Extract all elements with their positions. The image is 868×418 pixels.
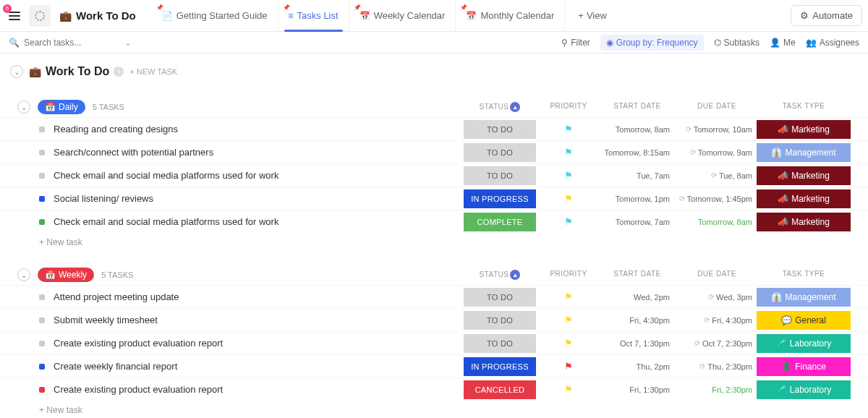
collapse-group-button[interactable]: ⌄: [17, 268, 30, 281]
col-task-type[interactable]: TASK TYPE: [757, 270, 851, 280]
priority-cell[interactable]: ⚑: [540, 384, 597, 395]
search-box[interactable]: 🔍 ⌄: [9, 38, 132, 48]
start-date-cell[interactable]: Fri, 4:30pm: [597, 316, 677, 325]
automate-button[interactable]: ⚙ Automate: [791, 5, 862, 26]
task-name[interactable]: Check email and social media platforms u…: [54, 216, 460, 227]
priority-cell[interactable]: ⚑: [540, 338, 597, 349]
priority-cell[interactable]: ⚑: [540, 315, 597, 325]
due-date-cell[interactable]: ⟳Thu, 2:30pm: [677, 362, 757, 371]
status-dot[interactable]: [39, 219, 45, 225]
start-date-cell[interactable]: Thu, 2pm: [597, 362, 677, 371]
status-pill[interactable]: TO DO: [464, 166, 536, 185]
task-name[interactable]: Search/connect with potential partners: [54, 147, 460, 158]
add-view-button[interactable]: + View: [568, 10, 617, 21]
group-chip[interactable]: 📅Weekly: [38, 268, 94, 282]
priority-cell[interactable]: ⚑: [540, 361, 597, 372]
col-priority[interactable]: PRIORITY: [540, 102, 597, 112]
status-dot[interactable]: [39, 127, 45, 132]
status-pill[interactable]: COMPLETE: [464, 213, 536, 231]
group-chip[interactable]: 📅Daily: [38, 100, 85, 114]
col-status[interactable]: STATUS▲: [460, 102, 540, 112]
me-button[interactable]: 👤Me: [770, 38, 796, 48]
priority-cell[interactable]: ⚑: [540, 216, 597, 227]
status-pill[interactable]: TO DO: [464, 120, 536, 139]
start-date-cell[interactable]: Tomorrow, 7am: [597, 218, 677, 226]
menu-button[interactable]: 6: [6, 7, 23, 25]
priority-cell[interactable]: ⚑: [540, 193, 597, 204]
collapse-all-button[interactable]: ⌄: [10, 65, 23, 78]
task-name[interactable]: Reading and creating designs: [54, 124, 460, 135]
priority-cell[interactable]: ⚑: [540, 124, 597, 135]
priority-cell[interactable]: ⚑: [540, 291, 597, 302]
space-title[interactable]: 💼 Work To Do: [59, 9, 136, 22]
priority-cell[interactable]: ⚑: [540, 170, 597, 181]
start-date-cell[interactable]: Tue, 7am: [597, 171, 677, 180]
col-task-type[interactable]: TASK TYPE: [757, 102, 851, 112]
col-priority[interactable]: PRIORITY: [540, 270, 597, 280]
task-name[interactable]: Submit weekly timesheet: [54, 315, 460, 325]
due-date-cell[interactable]: ⟳Tue, 8am: [677, 171, 757, 180]
chevron-down-icon[interactable]: ⌄: [124, 38, 132, 48]
info-icon[interactable]: i: [114, 67, 124, 77]
start-date-cell[interactable]: Oct 7, 1:30pm: [597, 339, 677, 348]
due-date-cell[interactable]: ⟳Wed, 3pm: [677, 293, 757, 302]
status-dot[interactable]: [39, 364, 45, 370]
notification-badge[interactable]: 6: [3, 4, 12, 13]
due-date-cell[interactable]: ⟳Fri, 4:30pm: [677, 316, 757, 325]
start-date-cell[interactable]: Wed, 2pm: [597, 293, 677, 302]
task-row[interactable]: Check email and social media platforms u…: [0, 210, 868, 233]
search-input[interactable]: [24, 38, 111, 48]
priority-cell[interactable]: ⚑: [540, 147, 597, 158]
task-type-pill[interactable]: 🧪Laboratory: [757, 380, 851, 399]
task-name[interactable]: Social listening/ reviews: [54, 193, 460, 204]
start-date-cell[interactable]: Tomorrow, 8am: [597, 125, 677, 134]
task-name[interactable]: Create weekly financial report: [54, 361, 460, 372]
due-date-cell[interactable]: ⟳Oct 7, 2:30pm: [677, 339, 757, 348]
status-dot[interactable]: [39, 173, 45, 179]
task-row[interactable]: Search/connect with potential partners T…: [0, 140, 868, 163]
status-dot[interactable]: [39, 150, 45, 155]
task-type-pill[interactable]: 🧪Laboratory: [757, 334, 851, 353]
view-tab-getting-started-guide[interactable]: 📌📄Getting Started Guide: [152, 0, 278, 32]
task-name[interactable]: Create existing product evaluation repor…: [54, 338, 460, 349]
status-pill[interactable]: TO DO: [464, 334, 536, 353]
status-pill[interactable]: IN PROGRESS: [464, 357, 536, 376]
add-task-button[interactable]: + New task: [0, 233, 868, 252]
due-date-cell[interactable]: ⟳Tomorrow, 10am: [677, 125, 757, 134]
task-type-pill[interactable]: 📣Marketing: [757, 120, 851, 139]
task-type-pill[interactable]: 📣Marketing: [757, 166, 851, 185]
due-date-cell[interactable]: Fri, 2:30pm: [677, 385, 757, 394]
due-date-cell[interactable]: ⟳Tomorrow, 1:45pm: [677, 195, 757, 203]
col-start-date[interactable]: START DATE: [597, 270, 677, 280]
task-type-pill[interactable]: 👔Management: [757, 288, 851, 307]
task-row[interactable]: Check email and social media platforms u…: [0, 163, 868, 187]
status-pill[interactable]: IN PROGRESS: [464, 189, 536, 208]
task-row[interactable]: Create existing product evaluation repor…: [0, 378, 868, 401]
task-row[interactable]: Social listening/ reviews IN PROGRESS ⚑ …: [0, 187, 868, 210]
status-pill[interactable]: TO DO: [464, 143, 536, 162]
task-type-pill[interactable]: 💬General: [757, 311, 851, 330]
status-pill[interactable]: TO DO: [464, 288, 536, 307]
task-name[interactable]: Check email and social media platforms u…: [54, 170, 460, 181]
status-pill[interactable]: CANCELLED: [464, 380, 536, 399]
new-task-button[interactable]: + NEW TASK: [129, 67, 177, 76]
due-date-cell[interactable]: Tomorrow, 8am: [677, 218, 757, 226]
group-by-button[interactable]: ◉Group by: Frequency: [600, 35, 704, 51]
task-name[interactable]: Attend project meeting update: [54, 291, 460, 302]
collapse-group-button[interactable]: ⌄: [17, 101, 30, 114]
col-start-date[interactable]: START DATE: [597, 102, 677, 112]
status-dot[interactable]: [39, 341, 45, 346]
view-tab-tasks-list[interactable]: 📌≡Tasks List: [278, 0, 349, 32]
due-date-cell[interactable]: ⟳Tomorrow, 9am: [677, 148, 757, 157]
col-status[interactable]: STATUS▲: [460, 270, 540, 280]
task-row[interactable]: Create existing product evaluation repor…: [0, 331, 868, 354]
filter-button[interactable]: ⚲Filter: [561, 38, 590, 48]
task-type-pill[interactable]: 💲Finance: [757, 357, 851, 376]
task-row[interactable]: Submit weekly timesheet TO DO ⚑ Fri, 4:3…: [0, 308, 868, 331]
status-pill[interactable]: TO DO: [464, 311, 536, 330]
view-tab-weekly-calendar[interactable]: 📌📅Weekly Calendar: [349, 0, 456, 32]
task-type-pill[interactable]: 📣Marketing: [757, 213, 851, 231]
start-date-cell[interactable]: Tomorrow, 8:15am: [597, 148, 677, 157]
task-type-pill[interactable]: 👔Management: [757, 143, 851, 162]
subtasks-button[interactable]: ⌬Subtasks: [714, 38, 760, 48]
